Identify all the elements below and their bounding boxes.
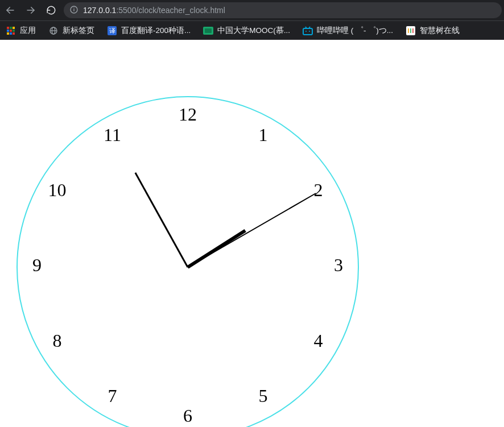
- clock-number: 7: [108, 385, 117, 406]
- reload-icon: [46, 5, 56, 15]
- analog-clock: 121234567891011: [11, 91, 364, 427]
- svg-rect-27: [408, 28, 409, 33]
- svg-rect-12: [10, 32, 12, 35]
- svg-rect-28: [410, 28, 411, 33]
- clock-number: 10: [48, 180, 67, 200]
- svg-rect-11: [7, 32, 9, 35]
- page-content: 121234567891011: [0, 40, 504, 427]
- svg-text:译: 译: [109, 27, 115, 34]
- url-port: :5500: [116, 6, 136, 15]
- bookmark-item[interactable]: 中国大学MOOC(慕...: [201, 24, 292, 38]
- site-info-icon[interactable]: [69, 5, 79, 16]
- clock-number: 3: [334, 255, 343, 275]
- svg-rect-10: [13, 30, 15, 32]
- zhihuishu-icon: [406, 26, 416, 36]
- svg-rect-20: [205, 28, 212, 33]
- svg-point-24: [305, 31, 307, 32]
- svg-rect-13: [13, 32, 15, 35]
- toolbar: 127.0.0.1:5500/clock/teacher_clock.html: [0, 0, 504, 20]
- browser-chrome: 127.0.0.1:5500/clock/teacher_clock.html: [0, 0, 504, 40]
- minute-hand: [135, 173, 188, 267]
- address-bar[interactable]: 127.0.0.1:5500/clock/teacher_clock.html: [64, 2, 502, 18]
- svg-point-25: [309, 31, 310, 32]
- clock-number: 8: [53, 330, 62, 351]
- bookmarks-bar: 应用 新标签页 译 百度翻译-200种语... 中国大学MOOC(慕... 哔哩…: [0, 20, 504, 40]
- svg-point-4: [73, 7, 74, 8]
- clock-number: 6: [183, 405, 192, 426]
- forward-button[interactable]: [23, 2, 39, 18]
- bookmark-label: 哔哩哔哩 ( ゜- ゜)つ...: [317, 26, 393, 36]
- svg-rect-8: [7, 30, 9, 32]
- svg-rect-21: [303, 28, 312, 35]
- clock-number: 5: [259, 385, 268, 406]
- clock-svg: 121234567891011: [11, 91, 364, 427]
- svg-rect-7: [13, 27, 15, 29]
- clock-number: 12: [179, 104, 197, 125]
- svg-rect-5: [7, 27, 9, 29]
- reload-button[interactable]: [43, 2, 59, 18]
- bookmark-item[interactable]: 译 百度翻译-200种语...: [105, 24, 193, 38]
- clock-number: 9: [32, 255, 42, 275]
- arrow-right-icon: [26, 5, 36, 15]
- address-bar-text: 127.0.0.1:5500/clock/teacher_clock.html: [83, 6, 225, 15]
- bookmark-item[interactable]: 新标签页: [46, 24, 97, 38]
- bilibili-icon: [303, 26, 313, 36]
- clock-number: 4: [313, 330, 323, 351]
- svg-rect-29: [412, 28, 414, 33]
- bookmark-label: 百度翻译-200种语...: [121, 26, 191, 36]
- mooc-icon: [203, 26, 213, 36]
- svg-rect-6: [10, 27, 12, 29]
- globe-icon: [48, 26, 59, 36]
- apps-button[interactable]: 应用: [3, 24, 38, 38]
- second-hand: [188, 193, 316, 267]
- bookmark-label: 中国大学MOOC(慕...: [217, 26, 290, 36]
- bookmark-label: 智慧树在线: [420, 26, 460, 36]
- bookmark-item[interactable]: 智慧树在线: [403, 24, 462, 38]
- clock-number: 11: [104, 125, 121, 145]
- clock-number: 1: [259, 125, 268, 145]
- back-button[interactable]: [2, 2, 18, 18]
- bookmark-item[interactable]: 哔哩哔哩 ( ゜- ゜)つ...: [300, 24, 395, 38]
- arrow-left-icon: [5, 5, 15, 15]
- url-host: 127.0.0.1: [83, 6, 116, 15]
- clock-ring: [17, 97, 358, 427]
- bookmark-label: 新标签页: [63, 26, 94, 36]
- svg-rect-9: [10, 30, 12, 32]
- clock-number: 2: [313, 180, 323, 200]
- apps-grid-icon: [6, 26, 16, 36]
- apps-label: 应用: [20, 26, 36, 36]
- url-path: /clock/teacher_clock.html: [136, 6, 225, 15]
- baidu-translate-icon: 译: [107, 26, 117, 36]
